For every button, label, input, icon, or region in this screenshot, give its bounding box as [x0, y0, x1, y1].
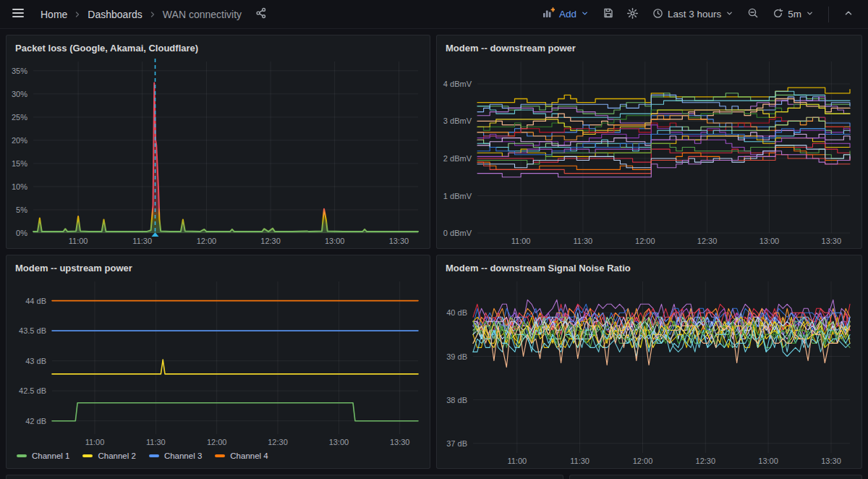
graph-bar-plus-icon [542, 7, 555, 21]
svg-text:42.5 dB: 42.5 dB [19, 386, 46, 395]
menu-toggle-button[interactable] [7, 4, 29, 25]
top-nav: Home Dashboards WAN connectivity [0, 0, 868, 29]
svg-text:12:00: 12:00 [633, 457, 653, 465]
panel-downstream-snr: Modem -- downstream Signal Noise Ratio 3… [436, 255, 862, 469]
svg-text:11:00: 11:00 [507, 457, 527, 465]
downstream-power-chart[interactable]: 0 dBmV1 dBmV2 dBmV3 dBmV4 dBmV11:0011:30… [440, 56, 856, 248]
legend-swatch [149, 454, 159, 457]
upstream-legend: Channel 1Channel 2Channel 3Channel 4 [7, 449, 430, 468]
refresh-interval-label: 5m [788, 9, 801, 20]
svg-text:11:00: 11:00 [511, 237, 531, 245]
svg-text:12:00: 12:00 [635, 237, 655, 245]
svg-text:12:00: 12:00 [197, 237, 217, 245]
legend-label: Channel 1 [32, 452, 69, 460]
legend-item[interactable]: Channel 1 [17, 452, 69, 460]
svg-text:2 dBmV: 2 dBmV [443, 154, 472, 163]
panel-title[interactable]: Modem -- downstream power [446, 43, 576, 54]
share-dashboard-button[interactable] [250, 4, 272, 25]
time-range-picker[interactable]: Last 3 hours [647, 4, 739, 25]
upstream-power-chart[interactable]: 42 dB42.5 dB43 dB43.5 dB44 dB11:0011:301… [9, 276, 424, 449]
save-icon [603, 7, 614, 21]
clock-icon [652, 8, 663, 21]
svg-text:39 dB: 39 dB [446, 352, 467, 361]
panel-title[interactable]: Packet loss (Google, Akamai, Cloudflare) [15, 43, 198, 54]
panel-packet-loss: Packet loss (Google, Akamai, Cloudflare)… [6, 35, 430, 249]
legend-item[interactable]: Channel 4 [215, 452, 268, 460]
zoom-out-time-button[interactable] [742, 4, 764, 25]
panel-downstream-power: Modem -- downstream power 0 dBmV1 dBmV2 … [436, 35, 862, 249]
svg-text:11:30: 11:30 [574, 237, 593, 245]
svg-text:40 dB: 40 dB [446, 308, 467, 317]
svg-text:43 dB: 43 dB [25, 357, 46, 365]
svg-text:5%: 5% [16, 205, 27, 214]
legend-swatch [82, 454, 93, 457]
svg-text:3 dBmV: 3 dBmV [443, 116, 472, 125]
legend-label: Channel 2 [98, 452, 135, 460]
time-range-label: Last 3 hours [668, 9, 721, 20]
legend-item[interactable]: Channel 2 [82, 452, 135, 460]
share-icon [255, 7, 267, 21]
panel-upstream-power: Modem -- upstream power 42 dB42.5 dB43 d… [6, 255, 430, 469]
svg-text:43.5 dB: 43.5 dB [19, 326, 46, 335]
panel-title[interactable]: Modem -- downstream Signal Noise Ratio [446, 263, 631, 274]
svg-text:11:00: 11:00 [69, 237, 88, 245]
svg-text:25%: 25% [12, 113, 27, 122]
panel-header: Modem -- downstream power [437, 35, 861, 56]
svg-text:11:00: 11:00 [85, 438, 105, 446]
svg-text:30%: 30% [12, 90, 27, 98]
svg-text:0 dBmV: 0 dBmV [443, 229, 472, 237]
legend-label: Channel 4 [230, 452, 268, 460]
chevron-right-icon [148, 10, 157, 19]
hamburger-icon [11, 6, 25, 22]
save-dashboard-button[interactable] [597, 4, 619, 25]
zoom-out-icon [747, 7, 759, 21]
svg-text:20%: 20% [12, 136, 27, 145]
svg-text:12:30: 12:30 [696, 457, 716, 465]
svg-text:1 dBmV: 1 dBmV [443, 192, 472, 200]
packet-loss-chart[interactable]: 0%5%10%15%20%25%30%35%11:0011:3012:0012:… [9, 56, 424, 248]
svg-text:42 dB: 42 dB [25, 417, 46, 425]
svg-text:15%: 15% [12, 159, 27, 168]
svg-text:12:30: 12:30 [260, 237, 281, 245]
add-panel-button[interactable]: Add [537, 4, 595, 25]
add-label: Add [559, 9, 576, 20]
toolbar-divider [828, 7, 829, 22]
chevron-down-icon [581, 9, 589, 20]
gear-icon [626, 7, 639, 22]
breadcrumb-home[interactable]: Home [39, 9, 69, 20]
svg-text:0%: 0% [16, 229, 27, 237]
collapse-toolbar-button[interactable] [838, 4, 859, 25]
breadcrumb-current: WAN connectivity [161, 9, 243, 20]
legend-label: Channel 3 [164, 452, 202, 460]
svg-text:13:30: 13:30 [821, 457, 841, 465]
chevron-down-icon [726, 9, 733, 20]
svg-text:12:00: 12:00 [207, 438, 227, 446]
svg-text:13:00: 13:00 [760, 237, 780, 245]
next-row-panel-edge [6, 475, 563, 479]
panel-header: Packet loss (Google, Akamai, Cloudflare) [7, 35, 430, 56]
panel-title[interactable]: Modem -- upstream power [15, 263, 132, 274]
svg-text:13:00: 13:00 [325, 237, 345, 245]
svg-text:37 dB: 37 dB [446, 439, 467, 448]
svg-text:13:30: 13:30 [389, 237, 409, 245]
refresh-picker[interactable]: 5m [767, 4, 820, 25]
breadcrumb-dashboards[interactable]: Dashboards [86, 9, 144, 20]
legend-item[interactable]: Channel 3 [149, 452, 202, 460]
dashboard-settings-button[interactable] [622, 4, 644, 25]
svg-text:35%: 35% [12, 67, 27, 75]
svg-text:44 dB: 44 dB [25, 297, 46, 305]
chevron-down-icon [806, 9, 814, 20]
next-row-panel-edge [569, 475, 862, 479]
chevron-right-icon [73, 10, 82, 19]
refresh-icon [773, 8, 783, 21]
svg-text:13:30: 13:30 [390, 438, 410, 446]
svg-text:11:30: 11:30 [146, 438, 166, 446]
svg-text:38 dB: 38 dB [446, 396, 467, 404]
svg-text:11:30: 11:30 [570, 457, 590, 465]
svg-text:10%: 10% [12, 182, 27, 191]
svg-text:13:00: 13:00 [758, 457, 778, 465]
downstream-snr-chart[interactable]: 37 dB38 dB39 dB40 dB11:0011:3012:0012:30… [440, 276, 856, 468]
panel-header: Modem -- upstream power [7, 255, 430, 276]
legend-swatch [17, 454, 27, 457]
svg-text:13:30: 13:30 [822, 237, 842, 245]
